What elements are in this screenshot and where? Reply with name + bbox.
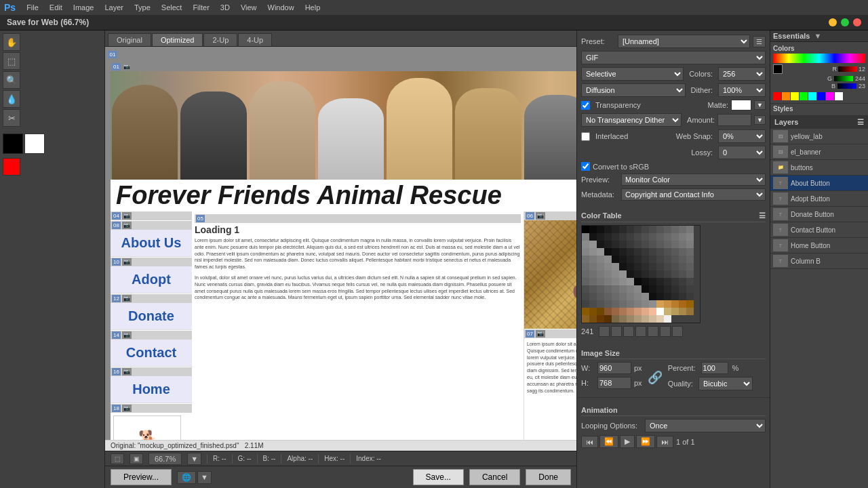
swatch-orange[interactable] bbox=[782, 92, 790, 100]
ps-logo[interactable]: Ps bbox=[4, 2, 16, 13]
convert-srgb-checkbox[interactable] bbox=[581, 162, 590, 171]
layer-el-banner[interactable]: 🖼 el_banner bbox=[770, 144, 868, 160]
status-icon1[interactable]: ⬚ bbox=[111, 453, 124, 464]
transparency-checkbox[interactable] bbox=[581, 101, 590, 110]
status-icon2[interactable]: ▣ bbox=[130, 453, 143, 464]
canvas-scroll[interactable]: 01 01 📷 bbox=[105, 47, 576, 440]
nav-adopt[interactable]: Adopt bbox=[111, 266, 192, 293]
zoom-tool[interactable]: 🔍 bbox=[3, 71, 20, 89]
ct-btn5[interactable] bbox=[648, 326, 658, 337]
b-slider[interactable] bbox=[837, 83, 857, 89]
menu-select[interactable]: Select bbox=[161, 3, 182, 12]
ct-btn6[interactable] bbox=[660, 326, 671, 337]
slice-tool[interactable]: ✂ bbox=[3, 109, 20, 127]
layer-column-b[interactable]: T Column B bbox=[770, 253, 868, 269]
swatch-magenta[interactable] bbox=[826, 92, 834, 100]
anim-next[interactable]: ⏩ bbox=[636, 435, 655, 448]
zoom-dropdown[interactable]: ▼ bbox=[187, 453, 201, 465]
swatch-cyan[interactable] bbox=[808, 92, 816, 100]
format-select[interactable]: GIF bbox=[581, 51, 766, 64]
maximize-btn[interactable] bbox=[841, 18, 849, 26]
preset-select[interactable]: [Unnamed] bbox=[618, 35, 750, 48]
layers-options[interactable]: ☰ bbox=[857, 118, 864, 127]
percent-input[interactable] bbox=[701, 362, 728, 374]
zoom-display[interactable]: 66.7% bbox=[149, 453, 182, 465]
preview-select[interactable]: Monitor Color bbox=[621, 174, 766, 186]
menu-image[interactable]: Image bbox=[73, 3, 94, 12]
save-button[interactable]: Save... bbox=[413, 469, 464, 485]
lossy-select[interactable]: 0 bbox=[718, 146, 766, 159]
layer-home-button[interactable]: T Home Button bbox=[770, 238, 868, 253]
ct-btn1[interactable] bbox=[599, 326, 610, 337]
eyedropper-tool[interactable]: 💧 bbox=[3, 90, 20, 108]
diffusion-select[interactable]: Diffusion bbox=[581, 83, 686, 97]
background-color[interactable] bbox=[24, 134, 45, 154]
minimize-btn[interactable] bbox=[829, 18, 837, 26]
color-hue-strip[interactable] bbox=[773, 54, 865, 63]
w-input[interactable] bbox=[597, 362, 631, 374]
layer-donate-button[interactable]: T Donate Button bbox=[770, 207, 868, 222]
essentials-dropdown[interactable]: ▼ bbox=[814, 32, 821, 40]
nav-donate[interactable]: Donate bbox=[111, 303, 192, 330]
layer-buttons[interactable]: 📁 buttons bbox=[770, 160, 868, 176]
hand-tool[interactable]: ✋ bbox=[3, 33, 20, 51]
amount-input[interactable] bbox=[717, 114, 751, 126]
browser-dropdown[interactable]: ▼ bbox=[197, 471, 212, 484]
marquee-tool[interactable]: ⬚ bbox=[3, 52, 20, 70]
swatch-blue[interactable] bbox=[817, 92, 825, 100]
menu-type[interactable]: Type bbox=[134, 3, 151, 12]
ct-btn7[interactable] bbox=[672, 326, 683, 337]
foreground-color[interactable] bbox=[3, 134, 23, 154]
amount-dropdown[interactable]: ▼ bbox=[754, 115, 766, 125]
tab-2up[interactable]: 2-Up bbox=[203, 33, 237, 46]
tab-4up[interactable]: 4-Up bbox=[238, 33, 272, 46]
interlaced-checkbox[interactable] bbox=[581, 132, 590, 141]
dither-select[interactable]: 100% bbox=[718, 83, 766, 97]
swatch-white[interactable] bbox=[835, 92, 843, 100]
anim-last[interactable]: ⏭ bbox=[656, 436, 673, 448]
browser-preview-btn[interactable]: 🌐 bbox=[177, 471, 196, 484]
close-btn[interactable] bbox=[853, 18, 861, 26]
menu-edit[interactable]: Edit bbox=[50, 3, 62, 12]
ct-btn2[interactable] bbox=[611, 326, 622, 337]
ct-btn3[interactable] bbox=[623, 326, 634, 337]
done-button[interactable]: Done bbox=[526, 469, 571, 485]
matte-swatch[interactable] bbox=[731, 100, 751, 110]
r-slider[interactable] bbox=[837, 66, 858, 73]
g-slider[interactable] bbox=[833, 75, 854, 82]
matte-dropdown[interactable]: ▼ bbox=[754, 100, 766, 110]
layer-about-button[interactable]: T About Button bbox=[770, 176, 868, 191]
looping-select[interactable]: Once bbox=[645, 419, 766, 432]
nav-contact[interactable]: Contact bbox=[111, 340, 192, 367]
tab-optimized[interactable]: Optimized bbox=[152, 33, 203, 46]
preview-button[interactable]: Preview... bbox=[111, 469, 172, 485]
layer-adopt-button[interactable]: T Adopt Button bbox=[770, 191, 868, 207]
menu-view[interactable]: View bbox=[241, 3, 257, 12]
quality-select[interactable]: Bicubic bbox=[698, 377, 753, 390]
color-indicator[interactable] bbox=[3, 158, 20, 176]
menu-window[interactable]: Window bbox=[268, 3, 294, 12]
anim-first[interactable]: ⏮ bbox=[581, 436, 598, 448]
color-table-options[interactable]: ☰ bbox=[759, 211, 766, 220]
layer-yellow-lab[interactable]: 🖼 yellow_lab bbox=[770, 129, 868, 144]
menu-filter[interactable]: Filter bbox=[193, 3, 209, 12]
swatch-red[interactable] bbox=[773, 92, 781, 100]
no-transparency-dither-select[interactable]: No Transparency Dither bbox=[581, 113, 682, 127]
h-input[interactable] bbox=[597, 377, 631, 389]
swatch-yellow[interactable] bbox=[791, 92, 799, 100]
selective-select[interactable]: Selective bbox=[581, 67, 684, 81]
menu-file[interactable]: File bbox=[26, 3, 39, 12]
color-fg-swatch[interactable] bbox=[773, 64, 783, 74]
swatch-green[interactable] bbox=[800, 92, 808, 100]
nav-home[interactable]: Home bbox=[111, 376, 192, 403]
web-snap-select[interactable]: 0% bbox=[718, 129, 766, 143]
menu-layer[interactable]: Layer bbox=[104, 3, 123, 12]
cancel-button[interactable]: Cancel bbox=[469, 469, 520, 485]
menu-3d[interactable]: 3D bbox=[220, 3, 230, 12]
anim-prev[interactable]: ⏪ bbox=[599, 435, 618, 448]
metadata-select[interactable]: Copyright and Contact Info bbox=[621, 188, 766, 201]
nav-about[interactable]: About Us bbox=[111, 230, 192, 257]
colors-select[interactable]: 256 bbox=[718, 67, 766, 81]
menu-help[interactable]: Help bbox=[305, 3, 321, 12]
anim-play[interactable]: ▶ bbox=[620, 435, 635, 448]
